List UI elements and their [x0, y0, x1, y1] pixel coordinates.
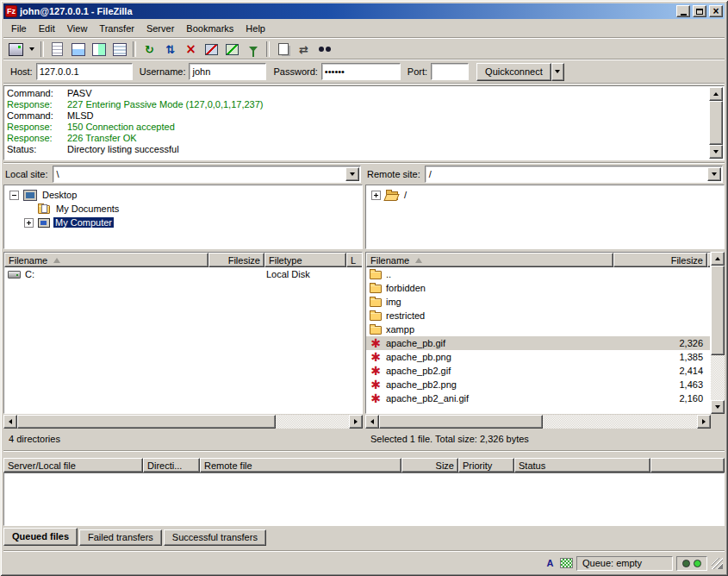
quickconnect-button[interactable]: Quickconnect — [476, 63, 551, 81]
tree-item-desktop[interactable]: Desktop — [4, 188, 362, 202]
synchronized-browsing-button[interactable]: ⇄ — [294, 40, 314, 59]
password-input[interactable] — [321, 63, 401, 80]
local-list-body: C:Local Disk — [4, 267, 362, 281]
collapse-icon[interactable] — [9, 191, 19, 200]
scrollbar-up-button[interactable] — [711, 252, 725, 266]
local-site-combobox[interactable]: \ — [53, 166, 361, 183]
file-row[interactable]: apache_pb2_ani.gif2,160 — [366, 391, 710, 405]
tree-item-my-documents[interactable]: My Documents — [4, 202, 362, 216]
tab-failed-transfers[interactable]: Failed transfers — [79, 529, 162, 546]
scrollbar-thumb[interactable] — [709, 101, 723, 145]
menu-item-bookmarks[interactable]: Bookmarks — [180, 22, 240, 35]
remote-file-list: FilenameFilesize ..forbiddenimgrestricte… — [365, 252, 711, 414]
tree-item-root[interactable]: / — [366, 188, 724, 202]
resize-grip[interactable] — [712, 558, 723, 569]
remote-horizontal-scrollbar[interactable] — [365, 415, 711, 429]
maximize-button[interactable] — [693, 5, 706, 17]
file-name-cell: apache_pb2.gif — [366, 366, 613, 376]
column-header-filetype[interactable]: Filetype — [264, 253, 346, 267]
filter-button[interactable] — [243, 40, 263, 59]
column-header-filesize[interactable]: Filesize — [613, 253, 707, 267]
toggle-message-log-button[interactable] — [47, 40, 67, 59]
file-row[interactable]: C:Local Disk — [4, 267, 362, 281]
local-horizontal-scrollbar[interactable] — [3, 415, 363, 429]
process-queue-button[interactable]: ⇅ — [160, 40, 180, 59]
directory-comparison-button[interactable] — [273, 40, 293, 59]
column-header-remote-file[interactable]: Remote file — [200, 458, 401, 473]
site-manager-button[interactable] — [6, 40, 26, 59]
expand-icon[interactable] — [24, 218, 34, 228]
column-header-priority[interactable]: Priority — [458, 458, 514, 473]
tab-successful-transfers[interactable]: Successful transfers — [164, 529, 266, 546]
file-row[interactable]: forbidden — [366, 281, 710, 295]
queue-status-text: Queue: empty — [582, 558, 642, 568]
log-scrollbar[interactable] — [709, 87, 723, 159]
tab-queued-files[interactable]: Queued files — [3, 528, 78, 546]
toggle-remote-tree-button[interactable] — [89, 40, 109, 59]
scrollbar-thumb[interactable] — [17, 415, 276, 429]
scrollbar-up-button[interactable] — [709, 87, 723, 101]
column-header-status[interactable]: Status — [514, 458, 650, 473]
port-input[interactable] — [431, 63, 469, 80]
combo-dropdown-button[interactable] — [345, 167, 359, 181]
file-row[interactable]: apache_pb.png1,385 — [366, 350, 710, 364]
remote-vertical-scrollbar[interactable] — [711, 252, 725, 414]
column-header-filename[interactable]: Filename — [4, 253, 208, 267]
column-header-size[interactable]: Size — [401, 458, 458, 473]
site-manager-dropdown-button[interactable] — [27, 40, 37, 59]
find-files-button[interactable] — [314, 40, 334, 59]
column-header-directi[interactable]: Directi... — [143, 458, 200, 473]
menu-item-server[interactable]: Server — [140, 22, 180, 35]
scrollbar-right-button[interactable] — [697, 415, 711, 429]
file-row[interactable]: .. — [366, 267, 710, 281]
close-icon: × — [712, 7, 719, 16]
scrollbar-thumb[interactable] — [711, 266, 725, 355]
scrollbar-thumb[interactable] — [379, 415, 543, 429]
host-input[interactable] — [36, 63, 133, 80]
menu-item-file[interactable]: File — [5, 22, 33, 35]
file-row[interactable]: apache_pb2.gif2,414 — [366, 364, 710, 378]
scrollbar-left-button[interactable] — [365, 415, 379, 429]
scrollbar-left-button[interactable] — [3, 415, 17, 429]
cancel-button[interactable]: × — [181, 40, 201, 59]
file-row[interactable]: restricted — [366, 309, 710, 322]
file-row[interactable]: img — [366, 295, 710, 309]
reconnect-button[interactable] — [222, 40, 242, 59]
title-bar[interactable]: Fz john@127.0.0.1 - FileZilla × — [3, 3, 725, 19]
toggle-queue-button[interactable] — [109, 40, 129, 59]
minimize-button[interactable] — [676, 5, 690, 17]
scrollbar-down-button[interactable] — [709, 145, 723, 159]
file-row[interactable]: apache_pb.gif2,326 — [366, 336, 710, 350]
combo-dropdown-button[interactable] — [707, 167, 721, 181]
arrow-right-icon — [354, 419, 358, 424]
file-name-cell: apache_pb2.png — [366, 379, 613, 390]
disconnect-button[interactable] — [202, 40, 221, 59]
file-name-cell: C: — [4, 269, 208, 279]
tree-item-my-computer[interactable]: My Computer — [4, 216, 362, 229]
file-row[interactable]: xampp — [366, 322, 710, 336]
arrow-right-icon — [702, 419, 706, 424]
transfer-type-icon[interactable]: A — [544, 557, 557, 570]
toggle-local-tree-button[interactable] — [68, 40, 88, 59]
menu-item-view[interactable]: View — [61, 22, 94, 35]
column-header-filesize[interactable]: Filesize — [208, 253, 264, 267]
menu-item-edit[interactable]: Edit — [33, 22, 61, 35]
image-file-icon — [370, 338, 382, 348]
close-button[interactable]: × — [709, 5, 723, 17]
menu-item-help[interactable]: Help — [240, 22, 271, 35]
password-label: Password: — [273, 66, 317, 77]
quickconnect-dropdown-button[interactable] — [551, 63, 564, 81]
menu-item-transfer[interactable]: Transfer — [93, 22, 140, 35]
file-row[interactable]: apache_pb2.png1,463 — [366, 378, 710, 391]
speed-limit-icon[interactable] — [560, 558, 573, 568]
scrollbar-down-button[interactable] — [711, 400, 725, 414]
scrollbar-right-button[interactable] — [349, 415, 363, 429]
column-header-l[interactable]: L — [346, 253, 362, 267]
remote-site-combobox[interactable]: / — [425, 166, 723, 183]
expand-icon[interactable] — [371, 191, 381, 200]
username-input[interactable] — [189, 63, 266, 80]
remote-directory-tree: / — [365, 185, 725, 249]
column-header-filename[interactable]: Filename — [366, 253, 613, 267]
column-header-server-local-file[interactable]: Server/Local file — [3, 458, 143, 473]
refresh-button[interactable]: ↻ — [140, 40, 159, 59]
